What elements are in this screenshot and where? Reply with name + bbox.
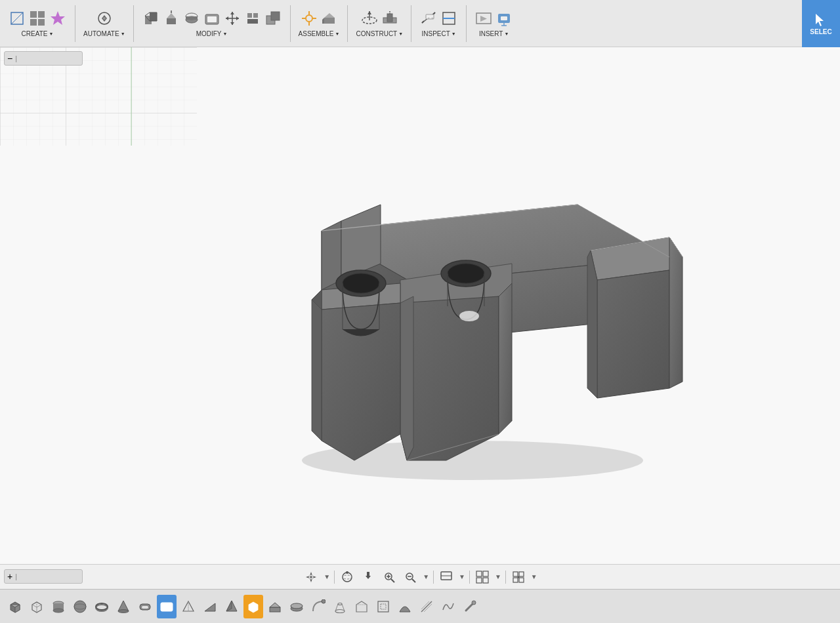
shape-pyramid-button[interactable] xyxy=(222,595,242,618)
svg-point-129 xyxy=(53,609,64,613)
shape-wedge-button[interactable] xyxy=(200,595,220,618)
assemble-component-icon xyxy=(320,9,339,28)
shape-boundary-button[interactable] xyxy=(352,595,371,618)
modify-push-icon xyxy=(142,9,160,28)
shape-prism-button[interactable] xyxy=(178,595,198,618)
minus-icon: − xyxy=(7,53,12,64)
zoom-arrow-icon: ▼ xyxy=(423,573,429,580)
create-icons xyxy=(8,9,67,28)
toolbar-group-construct[interactable]: CONSTRUCT ▼ xyxy=(350,7,408,40)
panel-expand-button[interactable]: + | xyxy=(4,569,83,584)
svg-marker-22 xyxy=(230,12,234,14)
select-cursor-icon xyxy=(813,12,829,28)
panel-minimize-button[interactable]: − | xyxy=(4,51,83,66)
shape-ruled-button[interactable] xyxy=(417,595,436,618)
toolbar-group-insert[interactable]: INSERT ▼ xyxy=(469,7,518,40)
svg-line-158 xyxy=(421,601,432,612)
svg-rect-111 xyxy=(483,571,488,576)
svg-point-97 xyxy=(310,576,312,578)
modify-extrude-icon xyxy=(162,9,180,28)
shape-loft-button[interactable] xyxy=(330,595,350,618)
modify-align-icon xyxy=(243,9,262,28)
shape-active-blue-button[interactable] xyxy=(157,595,177,618)
pan-button[interactable] xyxy=(360,569,377,586)
svg-marker-96 xyxy=(312,576,316,578)
inspect-label: INSPECT ▼ xyxy=(422,30,456,37)
svg-point-150 xyxy=(291,603,303,609)
svg-rect-117 xyxy=(519,578,524,582)
svg-rect-43 xyxy=(387,14,392,22)
svg-point-152 xyxy=(335,609,345,613)
svg-marker-23 xyxy=(230,22,234,25)
svg-marker-81 xyxy=(587,251,597,398)
svg-rect-27 xyxy=(253,13,258,18)
create-grid-icon xyxy=(28,9,47,28)
shape-sphere-button[interactable] xyxy=(70,595,90,618)
shape-revolve-button[interactable] xyxy=(287,595,306,618)
svg-marker-25 xyxy=(236,16,239,20)
zoom-fit-button[interactable] xyxy=(381,569,398,586)
automate-icon xyxy=(95,9,114,28)
svg-point-118 xyxy=(517,576,519,578)
shape-active-orange-button[interactable] xyxy=(243,595,263,618)
toolbar-group-assemble[interactable]: ASSEMBLE ▼ xyxy=(293,7,345,40)
shape-patch-button[interactable] xyxy=(395,595,415,618)
shape-outline-box-button[interactable] xyxy=(27,595,47,618)
svg-rect-12 xyxy=(167,18,176,24)
svg-rect-113 xyxy=(483,578,488,583)
svg-line-1 xyxy=(11,12,23,24)
shape-cone-button[interactable] xyxy=(114,595,133,618)
svg-marker-13 xyxy=(167,13,176,18)
insert-icons xyxy=(474,9,513,28)
svg-rect-36 xyxy=(324,18,335,24)
svg-marker-24 xyxy=(226,16,228,20)
panel-expand-handle: | xyxy=(15,573,17,580)
viewport[interactable]: − | + | xyxy=(0,47,840,589)
shape-solid-box-button[interactable] xyxy=(5,595,25,618)
modify-icons xyxy=(142,9,282,28)
shape-tool-button[interactable] xyxy=(460,595,480,618)
shape-pipe-button[interactable] xyxy=(135,595,155,618)
svg-line-102 xyxy=(391,579,394,582)
zoom-button[interactable] xyxy=(402,569,419,586)
shape-sweep-button[interactable] xyxy=(308,595,328,618)
svg-rect-110 xyxy=(476,571,482,576)
svg-point-153 xyxy=(338,603,342,605)
modify-combine-icon xyxy=(264,9,282,28)
svg-marker-37 xyxy=(324,13,335,18)
create-arrow-icon: ▼ xyxy=(49,31,53,36)
svg-rect-157 xyxy=(381,604,386,609)
svg-rect-139 xyxy=(163,603,170,607)
snap-button[interactable] xyxy=(510,569,527,586)
orbit-button[interactable] xyxy=(339,569,356,586)
shape-extrude-button[interactable] xyxy=(265,595,285,618)
navigate-button[interactable] xyxy=(303,569,320,586)
display-mode-button[interactable] xyxy=(438,569,455,586)
view-sep-1 xyxy=(334,571,335,584)
shape-freeform-button[interactable] xyxy=(438,595,458,618)
shape-cylinder-button[interactable] xyxy=(49,595,68,618)
svg-marker-71 xyxy=(499,283,512,434)
svg-marker-58 xyxy=(816,14,824,26)
modify-shell-icon xyxy=(203,9,221,28)
divider-6 xyxy=(466,5,467,42)
shape-torus-button[interactable] xyxy=(92,595,112,618)
panel-handle-icon: | xyxy=(15,54,17,62)
select-button[interactable]: SELEC xyxy=(802,0,840,47)
grid-button[interactable] xyxy=(474,569,491,586)
toolbar-group-create[interactable]: CREATE ▼ xyxy=(3,7,72,40)
inspect-measure-icon: ←→ xyxy=(419,9,438,28)
svg-marker-53 xyxy=(480,16,487,22)
svg-rect-112 xyxy=(476,578,482,583)
shape-offset-button[interactable] xyxy=(373,595,393,618)
inspect-icons: ←→ xyxy=(419,9,458,28)
divider-5 xyxy=(411,5,411,42)
toolbar-group-inspect[interactable]: ←→ INSPECT ▼ xyxy=(414,7,463,40)
toolbar-group-automate[interactable]: AUTOMATE ▼ xyxy=(78,7,131,40)
divider-2 xyxy=(133,5,134,42)
svg-rect-26 xyxy=(247,13,252,18)
svg-marker-147 xyxy=(270,603,280,607)
svg-point-86 xyxy=(459,311,479,321)
svg-line-125 xyxy=(32,605,37,607)
toolbar-group-modify[interactable]: MODIFY ▼ xyxy=(136,7,287,40)
